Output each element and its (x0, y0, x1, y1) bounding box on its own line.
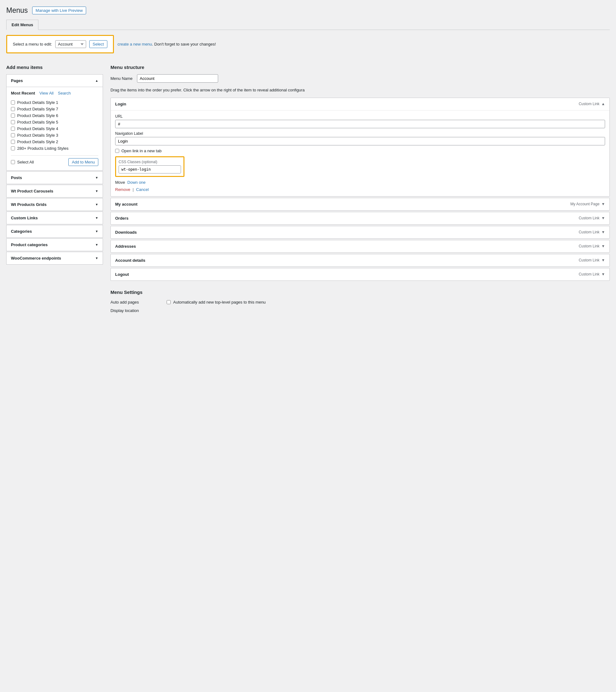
list-item: Product Details Style 6 (11, 112, 98, 119)
select-all-checkbox[interactable] (11, 160, 15, 164)
menu-item-logout-title: Logout (115, 272, 129, 277)
auto-add-pages-checkbox[interactable] (167, 300, 171, 304)
list-item: Product Details Style 3 (11, 132, 98, 138)
orders-type-text: Custom Link (578, 216, 599, 220)
menu-item-login-title: Login (115, 102, 126, 106)
select-all-text: Select All (17, 160, 34, 165)
menu-item-login-body: URL Navigation Label Open link in a new … (111, 110, 610, 196)
url-input[interactable] (115, 120, 605, 128)
menu-item-my-account-title: My account (115, 202, 137, 207)
pages-tab-search[interactable]: Search (58, 91, 71, 95)
custom-links-panel-header[interactable]: Custom Links ▼ (6, 212, 103, 224)
account-details-type-text: Custom Link (578, 258, 599, 262)
page-label-5: Product Details Style 3 (17, 133, 58, 137)
logout-type-text: Custom Link (578, 272, 599, 276)
add-menu-items-heading: Add menu items (6, 65, 103, 70)
menu-item-login-header[interactable]: Login Custom Link ▲ (111, 98, 610, 110)
menu-item-orders: Orders Custom Link ▼ (110, 212, 610, 225)
page-checkbox-2[interactable] (11, 113, 15, 117)
menu-name-row: Menu Name (110, 74, 610, 83)
menu-item-addresses-type: Custom Link ▼ (578, 244, 605, 248)
menu-item-account-details-header[interactable]: Account details Custom Link ▼ (111, 254, 610, 266)
page-checkbox-5[interactable] (11, 133, 15, 137)
page-checkbox-1[interactable] (11, 107, 15, 111)
menu-item-login: Login Custom Link ▲ URL Navigation Label (110, 98, 610, 197)
select-menu-button[interactable]: Select (89, 40, 107, 48)
page-checkbox-6[interactable] (11, 140, 15, 144)
menu-item-account-details-title: Account details (115, 258, 145, 263)
create-new-menu-link[interactable]: create a new menu (118, 42, 152, 46)
page-label-6: Product Details Style 2 (17, 139, 58, 144)
menu-item-logout: Logout Custom Link ▼ (110, 268, 610, 281)
woocommerce-endpoints-panel-header[interactable]: WooCommerce endpoints ▼ (6, 252, 103, 264)
list-item: Product Details Style 4 (11, 125, 98, 132)
posts-chevron-down-icon: ▼ (95, 176, 98, 179)
live-preview-button[interactable]: Manage with Live Preview (32, 6, 86, 14)
woocommerce-endpoints-panel: WooCommerce endpoints ▼ (6, 252, 103, 264)
display-location-row: Display location (110, 308, 610, 313)
select-all-label[interactable]: Select All (11, 160, 34, 165)
menu-item-downloads-type: Custom Link ▼ (578, 230, 605, 234)
menu-item-logout-header[interactable]: Logout Custom Link ▼ (111, 268, 610, 280)
auto-add-pages-row: Auto add pages Automatically add new top… (110, 300, 610, 304)
custom-links-chevron-icon: ▼ (95, 216, 98, 220)
categories-panel-header[interactable]: Categories ▼ (6, 225, 103, 237)
page-checkbox-7[interactable] (11, 146, 15, 150)
menu-item-my-account-type: My Account Page ▼ (570, 202, 605, 206)
menu-item-my-account-header[interactable]: My account My Account Page ▼ (111, 198, 610, 210)
remove-link[interactable]: Remove (115, 187, 130, 192)
menu-item-addresses-header[interactable]: Addresses Custom Link ▼ (111, 240, 610, 253)
woocommerce-endpoints-title: WooCommerce endpoints (11, 256, 61, 260)
pages-checkbox-list: Product Details Style 1 Product Details … (11, 99, 98, 152)
list-item: Product Details Style 5 (11, 119, 98, 125)
wt-grids-panel-header[interactable]: Wt Products Grids ▼ (6, 198, 103, 211)
open-new-tab-row: Open link in a new tab (115, 149, 605, 153)
menu-item-addresses: Addresses Custom Link ▼ (110, 240, 610, 253)
posts-panel-header[interactable]: Posts ▼ (6, 172, 103, 184)
list-item: Product Details Style 7 (11, 106, 98, 112)
css-classes-input[interactable] (119, 165, 181, 173)
cancel-link[interactable]: Cancel (136, 187, 149, 192)
pages-chevron-up-icon: ▲ (95, 79, 98, 82)
auto-add-pages-label: Auto add pages (110, 300, 167, 304)
page-checkbox-0[interactable] (11, 101, 15, 105)
menu-item-orders-title: Orders (115, 216, 129, 221)
page-checkbox-3[interactable] (11, 120, 15, 124)
woocommerce-endpoints-chevron-icon: ▼ (95, 257, 98, 260)
wt-carousels-panel-header[interactable]: Wt Product Carousels ▼ (6, 185, 103, 197)
notice-text: . Don't forget to save your changes! (152, 42, 216, 46)
page-label-2: Product Details Style 6 (17, 113, 58, 118)
account-details-chevron-icon: ▼ (601, 258, 605, 262)
drag-instruction: Drag the items into the order you prefer… (110, 87, 610, 93)
product-categories-title: Product categories (11, 242, 48, 247)
menu-item-orders-header[interactable]: Orders Custom Link ▼ (111, 212, 610, 224)
tab-edit-menus[interactable]: Edit Menus (6, 20, 38, 30)
menu-item-orders-type: Custom Link ▼ (578, 216, 605, 220)
product-categories-panel-header[interactable]: Product categories ▼ (6, 239, 103, 251)
wt-carousels-panel: Wt Product Carousels ▼ (6, 185, 103, 197)
add-to-menu-button[interactable]: Add to Menu (68, 158, 98, 166)
menu-settings-heading: Menu Settings (110, 289, 610, 295)
pages-tab-view-all[interactable]: View All (39, 91, 54, 95)
url-label: URL (115, 114, 605, 118)
menu-item-downloads-header[interactable]: Downloads Custom Link ▼ (111, 226, 610, 238)
custom-links-panel: Custom Links ▼ (6, 212, 103, 224)
menu-name-input[interactable] (137, 74, 218, 83)
wt-grids-panel: Wt Products Grids ▼ (6, 198, 103, 211)
move-down-one-link[interactable]: Down one (127, 180, 146, 185)
menu-item-account-details: Account details Custom Link ▼ (110, 254, 610, 267)
categories-panel: Categories ▼ (6, 225, 103, 238)
page-checkbox-4[interactable] (11, 127, 15, 131)
menu-select[interactable]: Account Main Menu Footer (55, 40, 86, 48)
pages-panel-header[interactable]: Pages ▲ (6, 74, 103, 87)
pages-tab-most-recent[interactable]: Most Recent (11, 91, 35, 95)
auto-add-pages-label-wrap[interactable]: Automatically add new top-level pages to… (167, 300, 265, 304)
logout-chevron-icon: ▼ (601, 272, 605, 276)
nav-label-input[interactable] (115, 137, 605, 145)
menu-structure-heading: Menu structure (110, 65, 610, 70)
pages-panel: Pages ▲ Most Recent View All Search Prod… (6, 74, 103, 171)
addresses-type-text: Custom Link (578, 244, 599, 248)
url-field-group: URL (115, 114, 605, 128)
pages-panel-body: Most Recent View All Search Product Deta… (6, 87, 103, 170)
open-new-tab-checkbox[interactable] (115, 149, 119, 153)
